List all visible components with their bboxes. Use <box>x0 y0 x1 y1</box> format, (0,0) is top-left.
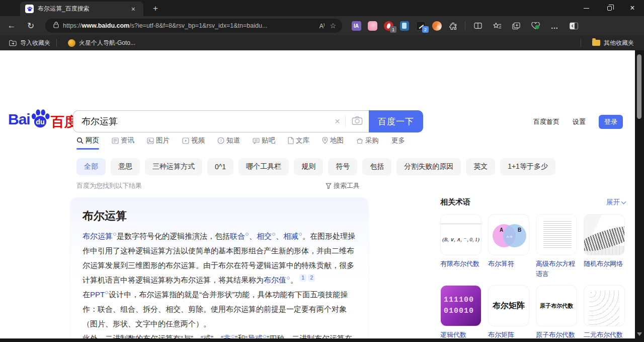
search-query-text: 布尔运算 <box>82 115 330 127</box>
inline-link[interactable]: 布尔值 <box>264 276 286 284</box>
filter-chip[interactable]: 英文 <box>466 158 495 175</box>
related-term-thumbnail[interactable]: 111100010010 <box>440 285 481 326</box>
inline-link[interactable]: 布尔运算 <box>83 232 113 240</box>
filter-chip[interactable]: 规则 <box>294 158 323 175</box>
link-ring-icon <box>231 335 234 338</box>
nav-tab-更多[interactable]: 更多 <box>391 136 405 150</box>
browser-tab[interactable]: 布尔运算_百度搜索 × <box>20 2 143 16</box>
browser-essentials-icon[interactable] <box>528 19 543 33</box>
filter-chip[interactable]: 符号 <box>328 158 357 175</box>
search-tools-button[interactable]: 搜索工具 <box>326 181 360 190</box>
baidu-page: Bai du 百度 布尔运算 × 百度一下 百度首页 设置 登录 网页资讯图片视… <box>0 50 635 338</box>
nav-tab-视频[interactable]: 视频 <box>182 136 205 150</box>
cart-icon <box>356 138 363 144</box>
related-term-caption[interactable]: 随机布尔网络 <box>584 259 625 269</box>
related-term-caption[interactable]: 高级布尔方程语言 <box>536 259 577 279</box>
related-term-item[interactable]: 布尔矩阵布尔矩阵 <box>488 285 529 340</box>
nav-tab-采购[interactable]: 采购 <box>356 136 379 150</box>
nav-tab-贴吧[interactable]: 贴吧 <box>253 136 275 150</box>
search-input[interactable]: 布尔运算 × <box>73 110 369 132</box>
logo-text-bai: Bai <box>8 111 30 128</box>
nav-tab-label: 图片 <box>156 136 170 145</box>
camera-search-icon[interactable] <box>352 116 363 127</box>
link-settings[interactable]: 设置 <box>573 117 586 126</box>
related-term-item[interactable]: 原子布尔代数原子布尔代数 <box>536 285 577 340</box>
split-screen-icon[interactable] <box>470 19 486 33</box>
related-term-thumbnail[interactable]: (B, ∨, ∧, ⁻ , 0, 1) <box>440 214 481 255</box>
browser-toolbar: ← ↻ https://www.baidu.com/s?ie=utf-8&f=8… <box>0 16 644 35</box>
related-term-caption[interactable]: 布尔算符 <box>488 259 529 269</box>
nav-tab-地图[interactable]: 地图 <box>322 136 344 150</box>
favorite-star-icon[interactable]: ☆ <box>330 22 336 30</box>
filter-chip[interactable]: 哪个工具栏 <box>238 158 289 175</box>
filter-chip[interactable]: 0^1 <box>207 158 233 175</box>
extension-ia-icon[interactable]: IA <box>351 21 361 31</box>
nav-tab-图片[interactable]: 图片 <box>147 136 170 150</box>
back-button[interactable]: ← <box>4 18 19 33</box>
related-term-item[interactable]: 二元布尔代数 <box>584 285 625 340</box>
extensions-puzzle-icon[interactable] <box>448 21 458 31</box>
read-aloud-icon[interactable]: A) <box>319 22 325 30</box>
restore-button[interactable] <box>598 0 621 16</box>
related-term-item[interactable]: (B, ∨, ∧, ⁻ , 0, 1)有限布尔代数 <box>440 214 481 279</box>
nav-tab-文库[interactable]: 文库 <box>288 136 309 150</box>
favorites-bar-icon[interactable] <box>490 19 505 33</box>
expand-button[interactable]: 展开 <box>606 198 625 207</box>
extension-pink-icon[interactable] <box>367 21 377 31</box>
funnel-icon <box>326 183 332 189</box>
related-term-thumbnail[interactable] <box>584 285 625 326</box>
inline-link[interactable]: 相减 <box>283 232 298 240</box>
bookmark-mars-nav[interactable]: 火星个人导航-Goto... <box>64 37 139 49</box>
login-button[interactable]: 登录 <box>599 115 623 129</box>
inline-link[interactable]: 联合 <box>230 232 245 240</box>
filter-chip[interactable]: 意思 <box>111 158 140 175</box>
refresh-button[interactable]: ↻ <box>23 18 38 33</box>
other-favorites-folder[interactable]: 其他收藏夹 <box>588 37 638 49</box>
filter-chip[interactable]: 包括 <box>362 158 391 175</box>
bookmark-import[interactable]: 导入收藏夹 <box>5 37 54 49</box>
link-baidu-home[interactable]: 百度首页 <box>533 117 559 126</box>
extension-dark-icon[interactable]: 2 <box>416 21 426 31</box>
related-term-thumbnail[interactable] <box>584 214 625 255</box>
extension-blue-icon[interactable] <box>399 21 410 31</box>
inline-link[interactable]: 相交 <box>257 232 272 240</box>
scrollbar-thumb[interactable] <box>637 54 641 119</box>
nav-tab-资讯[interactable]: 资讯 <box>112 136 134 150</box>
related-term-thumbnail[interactable]: 原子布尔代数 <box>536 285 577 326</box>
search-button[interactable]: 百度一下 <box>369 110 423 132</box>
extension-orange-icon[interactable] <box>432 21 442 31</box>
filter-chip[interactable]: 三种运算方式 <box>145 158 202 175</box>
address-bar[interactable]: https://www.baidu.com/s?ie=utf-8&f=8&rsv… <box>45 19 342 33</box>
minimize-button[interactable] <box>575 0 598 16</box>
related-term-thumbnail[interactable] <box>536 214 577 255</box>
settings-menu-icon[interactable]: … <box>547 19 562 33</box>
baidu-logo[interactable]: Bai du 百度 <box>8 111 78 131</box>
related-term-thumbnail[interactable]: ABA∩B <box>488 214 529 255</box>
tab-close-icon[interactable]: × <box>128 5 138 14</box>
clear-search-icon[interactable]: × <box>330 116 345 127</box>
minimize-icon <box>584 8 589 9</box>
filter-chip[interactable]: 分割失败的原因 <box>396 158 461 175</box>
sidebar-toggle-icon[interactable] <box>566 19 581 33</box>
result-title[interactable]: 布尔运算 <box>83 209 356 224</box>
reference-badge[interactable]: 1 <box>299 274 306 282</box>
reference-badge[interactable]: 2 <box>308 274 315 282</box>
extension-red-icon[interactable]: 1 <box>383 21 393 31</box>
inline-link[interactable]: PPT <box>90 290 105 299</box>
filter-chip[interactable]: 全部 <box>76 158 106 175</box>
related-term-thumbnail[interactable]: 布尔矩阵 <box>488 285 529 326</box>
related-term-item[interactable]: 111100010010逻辑代数 <box>440 285 481 340</box>
nav-tab-知道[interactable]: ?知道 <box>217 136 240 150</box>
page-scrollbar[interactable] <box>635 50 644 342</box>
question-icon: ? <box>217 137 224 144</box>
collections-icon[interactable] <box>509 19 524 33</box>
close-button[interactable]: × <box>621 0 644 16</box>
related-term-item[interactable]: ABA∩B布尔算符 <box>488 214 529 279</box>
related-term-item[interactable]: 高级布尔方程语言 <box>536 214 577 279</box>
related-term-caption[interactable]: 有限布尔代数 <box>440 259 481 269</box>
scrollbar-down-arrow[interactable] <box>637 332 642 336</box>
related-term-item[interactable]: 随机布尔网络 <box>584 214 625 279</box>
nav-tab-网页[interactable]: 网页 <box>76 136 99 150</box>
filter-chip[interactable]: 1+1等于多少 <box>500 158 555 175</box>
new-tab-button[interactable]: + <box>149 3 162 15</box>
